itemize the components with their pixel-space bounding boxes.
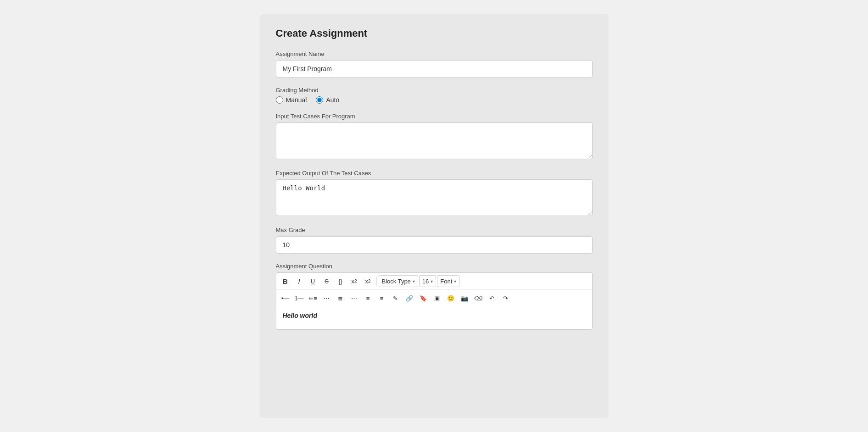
assignment-question-group: Assignment Question B I U S {} x2 x2 Blo…: [276, 263, 593, 330]
pen-button[interactable]: ✎: [389, 292, 402, 305]
image-button[interactable]: 📷: [458, 292, 471, 305]
font-label: Font: [440, 278, 452, 285]
expected-output-group: Expected Output Of The Test Cases Hello …: [276, 170, 593, 217]
underline-button[interactable]: U: [307, 275, 319, 288]
justify-button[interactable]: ≡: [362, 292, 375, 305]
expected-output-label: Expected Output Of The Test Cases: [276, 170, 593, 177]
align-left-button[interactable]: ⋯: [320, 292, 333, 305]
block-type-label: Block Type: [382, 278, 411, 285]
align-center-button[interactable]: ≣: [334, 292, 347, 305]
test-cases-group: Input Test Cases For Program: [276, 113, 593, 161]
italic-button[interactable]: I: [293, 275, 306, 288]
max-grade-input[interactable]: [276, 236, 593, 254]
font-size-chevron-icon: ▾: [431, 279, 433, 284]
assignment-question-label: Assignment Question: [276, 263, 593, 270]
code-button[interactable]: {}: [334, 275, 347, 288]
strikethrough-button[interactable]: S: [320, 275, 333, 288]
subscript-button[interactable]: x2: [362, 275, 375, 288]
undo-button[interactable]: ↶: [486, 292, 498, 305]
radio-manual-label: Manual: [286, 96, 307, 104]
code-block-button[interactable]: ▣: [431, 292, 443, 305]
test-cases-input[interactable]: [276, 122, 593, 159]
test-cases-label: Input Test Cases For Program: [276, 113, 593, 120]
form-container: Create Assignment Assignment Name Gradin…: [260, 14, 609, 418]
expected-output-input[interactable]: Hello World: [276, 179, 593, 216]
radio-auto-input[interactable]: [316, 96, 323, 104]
ordered-list-button[interactable]: 1—: [293, 292, 306, 305]
assignment-name-label: Assignment Name: [276, 50, 593, 57]
font-chevron-icon: ▾: [454, 279, 456, 284]
assignment-name-group: Assignment Name: [276, 50, 593, 78]
toolbar-row-1: B I U S {} x2 x2 Block Type ▾ 16 ▾ Font: [276, 273, 592, 290]
block-type-select[interactable]: Block Type ▾: [379, 275, 418, 287]
radio-manual-option[interactable]: Manual: [276, 96, 307, 104]
unordered-list-button[interactable]: •—: [279, 292, 292, 305]
toolbar-sep-1: [376, 277, 377, 286]
editor-text: Hello world: [283, 312, 317, 319]
table-button[interactable]: ≡: [375, 292, 388, 305]
font-size-label: 16: [422, 278, 429, 285]
align-right-button[interactable]: ⋯: [348, 292, 361, 305]
radio-auto-option[interactable]: Auto: [316, 96, 339, 104]
rich-text-editor: B I U S {} x2 x2 Block Type ▾ 16 ▾ Font: [276, 272, 593, 330]
emoji-button[interactable]: 🙂: [444, 292, 457, 305]
radio-group: Manual Auto: [276, 96, 593, 104]
font-select[interactable]: Font ▾: [437, 275, 459, 287]
radio-manual-input[interactable]: [276, 96, 283, 104]
redo-button[interactable]: ↷: [499, 292, 512, 305]
superscript-button[interactable]: x2: [348, 275, 361, 288]
max-grade-group: Max Grade: [276, 227, 593, 254]
bold-button[interactable]: B: [279, 275, 292, 288]
toolbar-row-2: •— 1— ⇐≡ ⋯ ≣ ⋯ ≡ ≡ ✎ 🔗 🔖: [276, 290, 592, 306]
link-button[interactable]: 🔗: [403, 292, 416, 305]
eraser-button[interactable]: ⌫: [472, 292, 485, 305]
radio-auto-label: Auto: [326, 96, 339, 104]
font-size-select[interactable]: 16 ▾: [419, 275, 436, 287]
indent-decrease-button[interactable]: ⇐≡: [307, 292, 319, 305]
assignment-name-input[interactable]: [276, 60, 593, 78]
grading-method-group: Grading Method Manual Auto: [276, 87, 593, 104]
max-grade-label: Max Grade: [276, 227, 593, 233]
block-type-chevron-icon: ▾: [413, 279, 415, 284]
grading-method-label: Grading Method: [276, 87, 593, 94]
editor-content-area[interactable]: Hello world: [276, 306, 592, 329]
unlink-button[interactable]: 🔖: [417, 292, 430, 305]
page-title: Create Assignment: [276, 28, 593, 39]
